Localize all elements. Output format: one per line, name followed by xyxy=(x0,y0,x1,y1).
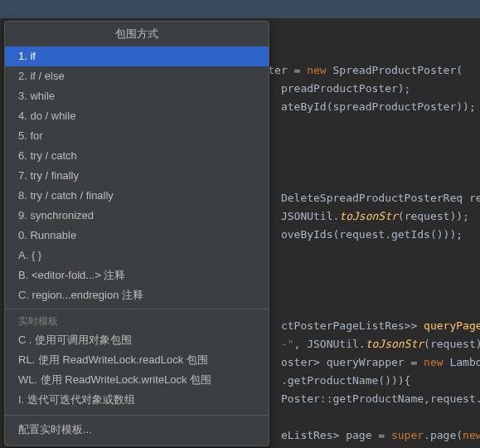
code-text: oveByIds(request.getIds())); xyxy=(281,228,463,241)
popup-item-runnable[interactable]: 0. Runnable xyxy=(5,226,269,246)
method-decl: queryPageL xyxy=(424,319,480,332)
popup-item-try-catch[interactable]: 6. try / catch xyxy=(5,146,269,166)
popup-item-for[interactable]: 5. for xyxy=(5,126,269,146)
keyword: new xyxy=(463,429,480,441)
code-text: ctPosterPageListRes>> xyxy=(281,319,424,332)
code-text: DeleteSpreadProductPosterReq req xyxy=(281,192,480,204)
template-item-readlock[interactable]: RL. 使用 ReadWriteLock.readLock 包围 xyxy=(5,350,269,370)
template-item-iterate[interactable]: I. 迭代可迭代对象或数组 xyxy=(5,390,269,410)
popup-title: 包围方式 xyxy=(5,22,269,46)
code-text: LambdaQ xyxy=(444,356,480,368)
code-text: (request)); xyxy=(424,338,480,350)
popup-item-while[interactable]: 3. while xyxy=(5,86,269,106)
method-call: toJsonStr xyxy=(339,210,397,222)
keyword: super xyxy=(391,429,424,441)
code-text: oster> queryWrapper = xyxy=(281,356,424,368)
code-text: .getProductName())){ xyxy=(281,374,411,387)
keyword: new xyxy=(424,356,443,368)
popup-item-if-else[interactable]: 2. if / else xyxy=(5,66,269,86)
code-text: JSONUtil. xyxy=(281,210,339,222)
template-item-writelock[interactable]: WL. 使用 ReadWriteLock.writeLock 包围 xyxy=(5,370,269,390)
string: -" xyxy=(281,338,294,350)
keyword: new xyxy=(307,64,326,76)
template-item-callable[interactable]: C . 使用可调用对象包围 xyxy=(5,330,269,350)
code-text: preadProductPoster); xyxy=(281,82,411,95)
templates-header: 实时模板 xyxy=(5,309,269,330)
code-text: )); xyxy=(456,100,475,113)
code-text: eListRes> page = xyxy=(281,429,391,441)
popup-item-try-catch-finally[interactable]: 8. try / catch / finally xyxy=(5,186,269,206)
current-line-highlight xyxy=(0,0,480,18)
popup-item-synchronized[interactable]: 9. synchronized xyxy=(5,206,269,226)
configure-templates-link[interactable]: 配置实时模板... xyxy=(5,415,269,446)
popup-item-if[interactable]: 1. if xyxy=(5,46,269,66)
code-text: .page( xyxy=(424,429,463,441)
surround-with-popup: 包围方式 1. if 2. if / else 3. while 4. do /… xyxy=(4,21,269,446)
code-text: , JSONUtil. xyxy=(294,338,366,350)
code-text: spreadProductPoster xyxy=(333,100,457,113)
code-text: (request)); xyxy=(398,210,469,222)
method-call: toJsonStr xyxy=(366,338,424,350)
popup-item-do-while[interactable]: 4. do / while xyxy=(5,106,269,126)
popup-item-block[interactable]: A. { } xyxy=(5,246,269,265)
code-text: ateById( xyxy=(281,100,333,113)
popup-item-editor-fold[interactable]: B. <editor-fold...> 注释 xyxy=(5,265,269,285)
code-text: SpreadProductPoster( xyxy=(327,64,463,76)
popup-item-try-finally[interactable]: 7. try / finally xyxy=(5,166,269,186)
code-text: Poster::getProductName,request.ge xyxy=(281,392,480,405)
popup-item-region[interactable]: C. region...endregion 注释 xyxy=(5,285,269,305)
